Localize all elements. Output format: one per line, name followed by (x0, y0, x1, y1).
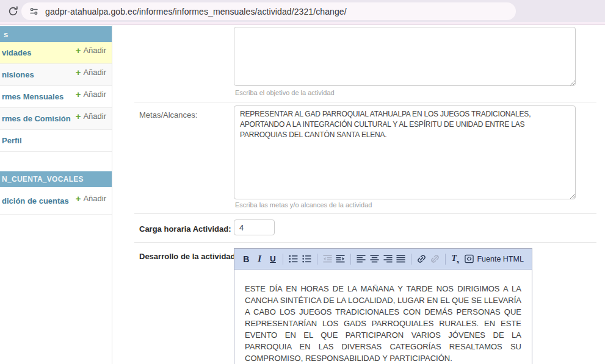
remove-format-button[interactable]: Tx (449, 252, 462, 266)
add-link-label: Añadir (83, 90, 106, 99)
browser-toolbar: gadpr-atahualpa.gob.ec/informes/informes… (0, 0, 605, 22)
unlink-button (429, 252, 441, 266)
add-rendicion-link[interactable]: + Añadir (76, 194, 106, 203)
bold-button[interactable]: B (240, 252, 253, 266)
editor-toolbar: B I U (234, 249, 532, 269)
link-button[interactable] (415, 252, 428, 266)
sidebar-module-informes: s vidades + Añadir nisiones + Añadir rme… (0, 26, 112, 152)
sidebar-item-label[interactable]: dición de cuentas (2, 196, 69, 205)
sidebar-item-informes-mensuales[interactable]: rmes Mensuales + Añadir (0, 86, 112, 108)
underline-icon: U (270, 254, 276, 263)
sidebar-item-informes-comision[interactable]: rmes de Comisión + Añadir (0, 108, 112, 130)
editor-paragraph: ESTE DÍA EN HORAS DE LA MAÑANA Y TARDE N… (245, 283, 521, 364)
add-informe-mensual-link[interactable]: + Añadir (76, 90, 106, 99)
increase-indent-button[interactable] (335, 252, 347, 266)
plus-icon: + (76, 194, 81, 203)
add-link-label: Añadir (83, 46, 106, 55)
sidebar-item-comisiones[interactable]: nisiones + Añadir (0, 64, 112, 86)
sidebar-item-label[interactable]: rmes de Comisión (2, 114, 71, 123)
toolbar-separator (445, 254, 446, 265)
sidebar-item-perfil[interactable]: Perfil (0, 130, 112, 152)
source-html-label: Fuente HTML (477, 255, 523, 263)
align-right-button[interactable] (382, 252, 394, 266)
carga-horaria-input[interactable] (234, 219, 275, 235)
url-bar[interactable]: gadpr-atahualpa.gob.ec/informes/informes… (21, 2, 516, 20)
align-center-button[interactable] (368, 252, 381, 266)
add-link-label: Añadir (83, 68, 106, 77)
reload-icon (7, 5, 19, 17)
add-informe-comision-link[interactable]: + Añadir (76, 112, 106, 121)
justify-icon (396, 254, 405, 263)
bulleted-list-icon (302, 254, 311, 263)
sidebar-item-label[interactable]: Perfil (2, 136, 22, 145)
add-comision-link[interactable]: + Añadir (76, 68, 106, 77)
change-form: Escriba el objetivo de la actividad Meta… (112, 25, 605, 364)
add-link-label: Añadir (83, 112, 106, 121)
row-divider (134, 242, 596, 243)
metas-help-text: Escriba las metas y/o alcances de la act… (235, 201, 372, 209)
plus-icon: + (76, 90, 81, 99)
rich-text-editor: B I U (234, 248, 532, 364)
justify-button[interactable] (395, 252, 408, 266)
bold-icon: B (243, 254, 249, 264)
bulleted-list-button[interactable] (300, 252, 313, 266)
site-settings-icon[interactable] (29, 6, 39, 16)
row-divider (134, 213, 596, 214)
numbered-list-icon (289, 254, 298, 263)
underline-button[interactable]: U (267, 252, 280, 266)
sidebar-item-label[interactable]: rmes Mensuales (2, 92, 63, 101)
metas-textarea[interactable]: REPRESENTAR AL GAD PARROQUIAL ATAHUALPA … (234, 105, 576, 199)
italic-icon: I (258, 254, 261, 264)
sidebar-module-header[interactable]: s (0, 26, 112, 42)
sidebar-item-label[interactable]: nisiones (2, 70, 34, 79)
align-left-icon (357, 254, 366, 263)
decrease-indent-icon (323, 254, 332, 263)
sidebar-module-rendicion: N_CUENTA_VOCALES dición de cuentas + Aña… (0, 171, 112, 215)
sidebar-item-label[interactable]: vidades (2, 48, 31, 57)
sidebar-module-header[interactable]: N_CUENTA_VOCALES (0, 171, 112, 187)
align-center-icon (370, 254, 379, 263)
numbered-list-button[interactable] (287, 252, 300, 266)
italic-button[interactable]: I (253, 252, 266, 266)
editor-content-area[interactable]: ESTE DÍA EN HORAS DE LA MAÑANA Y TARDE N… (234, 270, 532, 364)
toolbar-separator (411, 254, 411, 265)
plus-icon: + (76, 46, 81, 55)
desarrollo-label: Desarrollo de la actividad: (139, 252, 238, 261)
toolbar-separator (317, 254, 317, 265)
remove-format-icon: Tx (452, 254, 460, 265)
metas-label: Metas/Alcances: (139, 110, 197, 120)
align-right-icon (383, 254, 393, 263)
plus-icon: + (76, 68, 81, 77)
plus-icon: + (76, 112, 81, 121)
objetivo-textarea[interactable] (234, 27, 576, 86)
objetivo-help-text: Escriba el objetivo de la actividad (235, 89, 335, 96)
admin-sidebar: s vidades + Añadir nisiones + Añadir rme… (0, 25, 112, 364)
reload-button[interactable] (4, 2, 22, 20)
toolbar-separator (283, 254, 283, 265)
link-icon (417, 254, 426, 263)
source-code-icon (465, 254, 474, 263)
increase-indent-icon (336, 254, 345, 263)
decrease-indent-button (321, 252, 334, 266)
carga-horaria-label: Carga horaria Actividad: (139, 224, 231, 234)
url-text: gadpr-atahualpa.gob.ec/informes/informes… (45, 7, 347, 16)
align-left-button[interactable] (355, 252, 368, 266)
sidebar-item-actividades[interactable]: vidades + Añadir (0, 42, 112, 64)
source-html-button[interactable]: Fuente HTML (462, 252, 526, 266)
unlink-icon (430, 254, 440, 263)
add-link-label: Añadir (83, 194, 106, 203)
sidebar-item-rendicion-cuentas[interactable]: dición de cuentas + Añadir (0, 187, 112, 215)
toolbar-separator (350, 254, 351, 265)
row-divider (134, 102, 596, 102)
add-actividad-link[interactable]: + Añadir (76, 46, 106, 55)
